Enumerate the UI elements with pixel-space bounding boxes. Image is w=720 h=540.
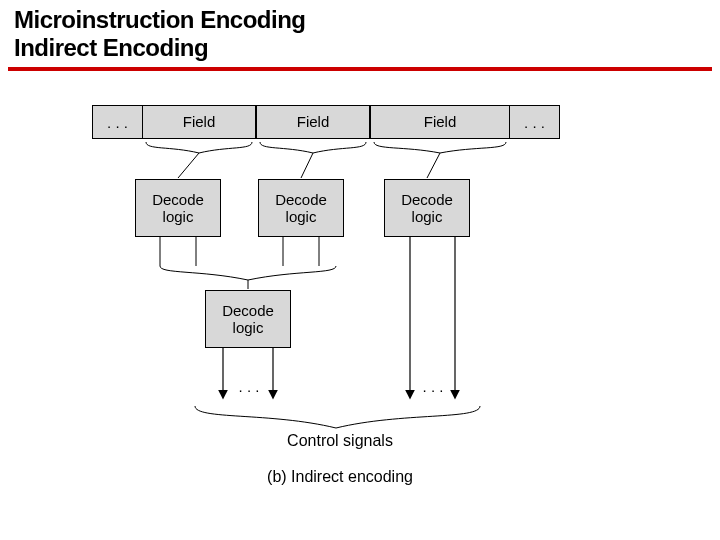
svg-line-1	[301, 153, 313, 178]
ellipsis-dots: . . .	[234, 378, 264, 395]
figure-caption: (b) Indirect encoding	[240, 468, 440, 486]
ellipsis-dots: . . .	[418, 378, 448, 395]
control-signals-label: Control signals	[250, 432, 430, 450]
slide-title: Microinstruction Encoding Indirect Encod…	[0, 0, 720, 65]
svg-line-0	[178, 153, 199, 178]
svg-line-2	[427, 153, 440, 178]
title-underline	[8, 67, 712, 71]
diagram-area: . . . Field Field Field . . . Decode log…	[0, 90, 720, 520]
diagram-wires	[0, 90, 720, 520]
title-line-1: Microinstruction Encoding	[14, 6, 306, 33]
title-line-2: Indirect Encoding	[14, 34, 208, 61]
